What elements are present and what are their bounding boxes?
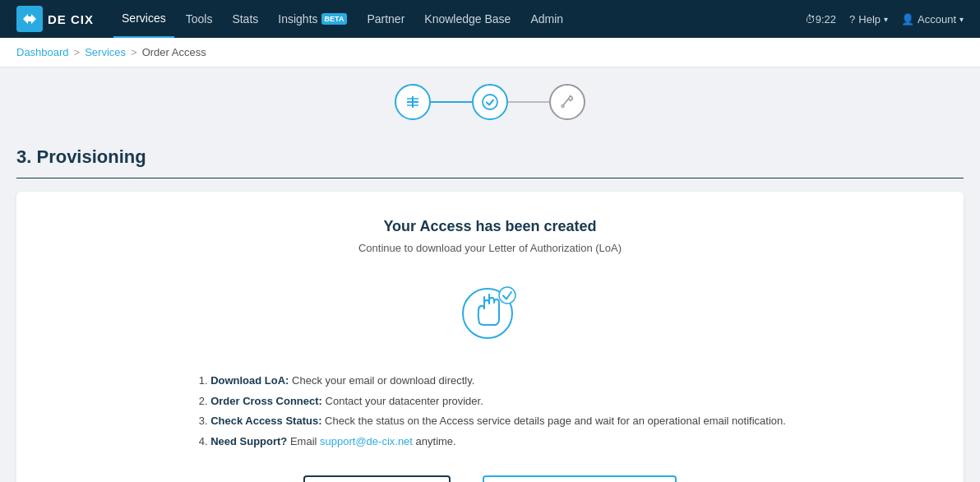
svg-point-11	[499, 287, 515, 304]
breadcrumb: Dashboard > Services > Order Access	[0, 38, 980, 67]
access-service-button[interactable]: Access Service details	[483, 475, 677, 482]
stepper	[0, 67, 980, 133]
svg-line-6	[563, 99, 569, 105]
breadcrumb-current: Order Access	[142, 46, 206, 58]
step-line-2	[508, 101, 549, 103]
steps-list: Download LoA: Check your email or downlo…	[194, 371, 786, 452]
step-1	[395, 84, 431, 120]
section-title: 3. Provisioning	[16, 133, 964, 178]
step-3	[549, 84, 585, 120]
step-item-3: Check Access Status: Check the status on…	[210, 411, 786, 432]
card-title: Your Access has been created	[49, 218, 931, 235]
beta-badge: BETA	[321, 13, 348, 25]
nav-knowledge-base[interactable]: Knowledge Base	[416, 0, 519, 38]
svg-point-5	[483, 95, 497, 109]
nav-right: ⏱9:22 ? Help ▾ 👤 Account ▾	[805, 13, 964, 25]
nav-admin[interactable]: Admin	[522, 0, 571, 38]
navigation: DE CIX Services Tools Stats Insights BET…	[0, 0, 980, 38]
step-item-2: Order Cross Connect: Contact your datace…	[210, 392, 786, 412]
breadcrumb-services[interactable]: Services	[85, 46, 126, 58]
nav-help[interactable]: ? Help ▾	[849, 13, 888, 25]
svg-point-7	[562, 105, 564, 108]
nav-links: Services Tools Stats Insights BETA Partn…	[113, 0, 805, 38]
logo-text: DE CIX	[48, 12, 94, 26]
nav-account[interactable]: 👤 Account ▾	[901, 13, 964, 25]
breadcrumb-dashboard[interactable]: Dashboard	[16, 46, 69, 58]
nav-time: ⏱9:22	[805, 13, 836, 25]
step-item-1: Download LoA: Check your email or downlo…	[210, 371, 786, 392]
main-content: 3. Provisioning Your Access has been cre…	[0, 133, 980, 482]
success-illustration	[49, 274, 931, 348]
nav-tools[interactable]: Tools	[178, 0, 221, 38]
nav-stats[interactable]: Stats	[224, 0, 266, 38]
support-email-link[interactable]: support@de-cix.net	[320, 435, 413, 447]
card-subtitle: Continue to download your Letter of Auth…	[49, 242, 931, 254]
step-line-1	[431, 101, 472, 103]
step-item-4: Need Support? Email support@de-cix.net a…	[210, 432, 786, 452]
step-2	[472, 84, 508, 120]
action-buttons: Download LoA or Access Service details	[49, 475, 931, 482]
logo[interactable]: DE CIX	[16, 6, 94, 32]
nav-insights[interactable]: Insights BETA	[270, 0, 355, 38]
nav-services[interactable]: Services	[113, 0, 174, 38]
card: Your Access has been created Continue to…	[16, 192, 964, 482]
download-loa-button[interactable]: Download LoA	[303, 475, 451, 482]
nav-partner[interactable]: Partner	[358, 0, 413, 38]
